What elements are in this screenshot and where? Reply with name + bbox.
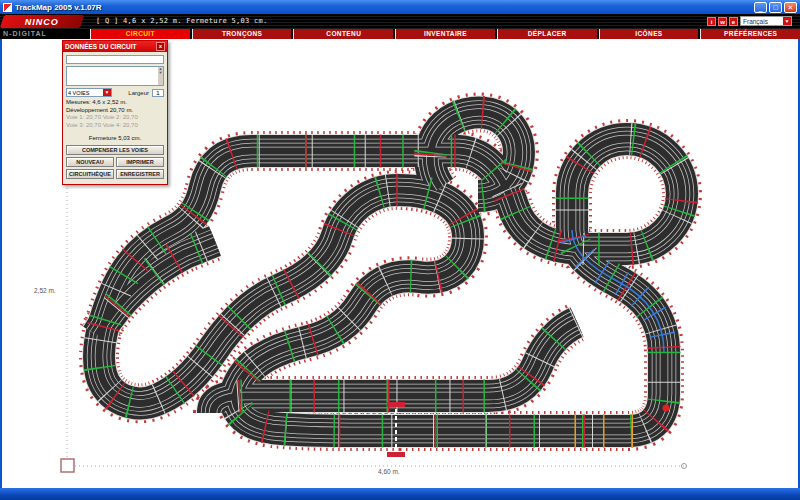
window-border-left xyxy=(0,39,2,500)
ninco-logo-text: NINCO xyxy=(25,17,59,27)
header-band: NINCO [ Q ] 4,6 x 2,52 m. Fermeture 5,03… xyxy=(0,14,800,29)
dialog-title-bar[interactable]: DONNÉES DU CIRCUIT x xyxy=(63,41,167,52)
measures-text: Mesures: 4,6 x 2,52 m. xyxy=(66,99,164,107)
start-line-cap-top xyxy=(387,402,405,407)
lang-button-w[interactable]: w xyxy=(718,17,727,26)
start-line-cap-bottom xyxy=(387,452,405,457)
menu-item-preferences[interactable]: PRÉFÉRENCES xyxy=(700,29,800,39)
development-text: Développement 20,70 m. xyxy=(66,107,164,115)
track-red-dot xyxy=(663,405,670,412)
language-controls: iwe Français ▼ xyxy=(707,16,792,26)
chevron-down-icon[interactable]: ▼ xyxy=(103,89,111,96)
minimize-button[interactable]: _ xyxy=(754,2,767,13)
new-button[interactable]: NOUVEAU xyxy=(66,157,114,167)
dimension-origin-handle[interactable] xyxy=(61,459,74,472)
title-bar: TrackMap 2005 v.1.07R _ □ ✕ xyxy=(0,0,800,14)
menu-item-contenu[interactable]: CONTENU xyxy=(293,29,393,39)
circuit-list-box[interactable]: ▲▼ xyxy=(66,66,164,86)
menu-item-inventaire[interactable]: INVENTAIRE xyxy=(395,29,495,39)
lanes-select-value: 4 VOIES xyxy=(67,90,103,96)
dialog-title: DONNÉES DU CIRCUIT xyxy=(65,43,156,50)
lanes-34-text: Voie 3: 20,70 Voie 4: 20,70 xyxy=(66,122,164,130)
library-button[interactable]: CIRCUITHÈQUE xyxy=(66,169,114,179)
circuit-name-input[interactable] xyxy=(66,55,164,64)
lanes-select[interactable]: 4 VOIES ▼ xyxy=(66,88,112,97)
compensate-lanes-button[interactable]: COMPENSER LES VOIES xyxy=(66,145,164,155)
ninco-logo: NINCO xyxy=(0,15,84,28)
maximize-button[interactable]: □ xyxy=(769,2,782,13)
dialog-close-icon[interactable]: x xyxy=(156,42,165,51)
language-select[interactable]: Français ▼ xyxy=(740,16,792,26)
width-label: Largeur xyxy=(114,90,150,96)
status-text: [ Q ] 4,6 x 2,52 m. Fermeture 5,03 cm. xyxy=(96,17,268,25)
menu-bar: CIRCUITTRONÇONSCONTENUINVENTAIREDÉPLACER… xyxy=(88,29,800,39)
dimension-width-label: 4,60 m. xyxy=(378,468,400,475)
language-value: Français xyxy=(741,18,783,25)
lang-button-i[interactable]: i xyxy=(707,17,716,26)
app-icon xyxy=(3,3,12,12)
dimension-height-label: 2,52 m. xyxy=(34,287,56,294)
circuit-data-dialog: DONNÉES DU CIRCUIT x ▲▼ 4 VOIES ▼ Largeu… xyxy=(62,40,168,185)
width-input[interactable] xyxy=(152,89,164,97)
menu-item-deplacer[interactable]: DÉPLACER xyxy=(497,29,597,39)
menu-item-icones[interactable]: ICÔNES xyxy=(599,29,699,39)
lanes-12-text: Voie 1: 20,70 Voie 2: 20,70 xyxy=(66,114,164,122)
window-border-bottom xyxy=(0,488,800,500)
closure-text: Fermeture 5,03 cm. xyxy=(66,135,164,143)
app-window: TrackMap 2005 v.1.07R _ □ ✕ NINCO [ Q ] … xyxy=(0,0,800,500)
close-button[interactable]: ✕ xyxy=(784,2,797,13)
window-title: TrackMap 2005 v.1.07R xyxy=(15,3,754,12)
menu-item-troncons[interactable]: TRONÇONS xyxy=(192,29,292,39)
chevron-down-icon[interactable]: ▼ xyxy=(783,17,791,25)
print-button[interactable]: IMPRIMER xyxy=(116,157,164,167)
scrollbar[interactable]: ▲▼ xyxy=(158,67,163,85)
save-button[interactable]: ENREGISTRER xyxy=(116,169,164,179)
lang-button-e[interactable]: e xyxy=(729,17,738,26)
menu-item-circuit[interactable]: CIRCUIT xyxy=(90,29,190,39)
